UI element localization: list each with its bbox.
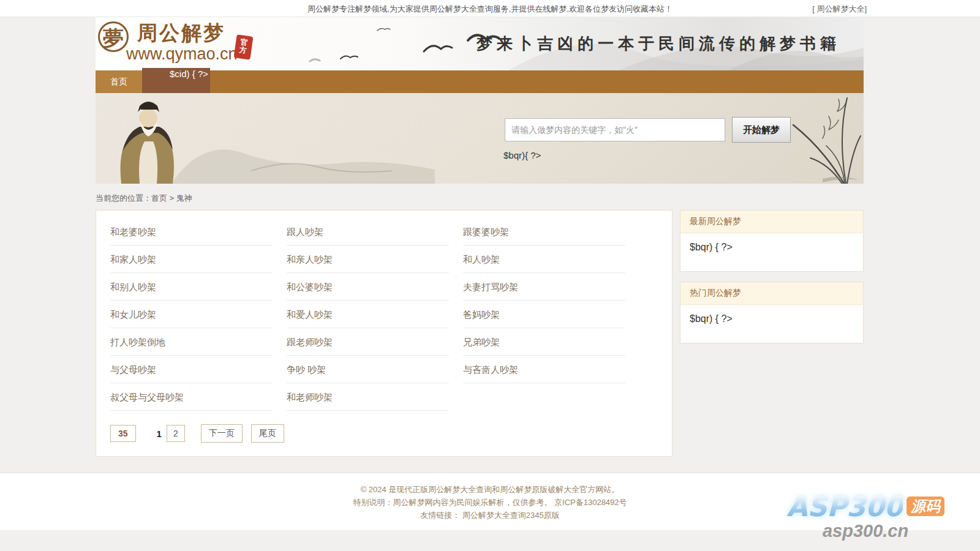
dream-link[interactable]: 叔父母与父母吵架 bbox=[110, 383, 273, 411]
official-seal-icon: 官方 bbox=[233, 34, 253, 59]
search-input[interactable] bbox=[505, 118, 725, 141]
hot-dreams-title: 热门周公解梦 bbox=[680, 282, 863, 305]
orchid-illustration bbox=[786, 93, 862, 184]
dream-link[interactable]: 与吝啬人吵架 bbox=[463, 356, 625, 383]
pagination-last-button[interactable]: 尾页 bbox=[251, 424, 284, 443]
footer-links-label: 友情链接： bbox=[420, 511, 460, 520]
pagination-next-button[interactable]: 下一页 bbox=[201, 424, 243, 443]
topbar-site-link[interactable]: [ 周公解梦大全] bbox=[812, 4, 867, 15]
dream-list: 和老婆吵架和家人吵架和别人吵架和女儿吵架打人吵架倒地与父母吵架叔父母与父母吵架 … bbox=[110, 218, 672, 411]
dream-link[interactable]: 和人吵架 bbox=[463, 246, 625, 273]
main-nav: 首页 $cid) { ?> bbox=[96, 70, 864, 93]
hot-dreams-content: $bqr) { ?> bbox=[680, 305, 863, 343]
dream-list-column: 跟婆婆吵架和人吵架夫妻打骂吵架爸妈吵架兄弟吵架与吝啬人吵架 bbox=[463, 218, 639, 411]
hot-dreams-panel: 热门周公解梦 $bqr) { ?> bbox=[680, 282, 864, 343]
topbar: 周公解梦专注解梦领域,为大家提供周公解梦大全查询服务,并提供在线解梦,欢迎各位梦… bbox=[0, 0, 980, 17]
dream-link[interactable]: 和老师吵架 bbox=[287, 383, 449, 411]
breadcrumb-current: 鬼神 bbox=[176, 193, 192, 203]
breadcrumb-prefix: 当前您的位置： bbox=[96, 193, 151, 203]
site-header: 夢 周公解梦 www.qymao.cn 官方 梦来卜吉凶的一本于民间流传的解梦书… bbox=[96, 17, 864, 70]
dream-link[interactable]: 打人吵架倒地 bbox=[110, 328, 273, 356]
breadcrumb: 当前您的位置：首页 > 鬼神 bbox=[96, 193, 864, 204]
breadcrumb-separator: > bbox=[167, 193, 176, 203]
dream-link[interactable]: 和爱人吵架 bbox=[287, 301, 449, 328]
breadcrumb-home-link[interactable]: 首页 bbox=[151, 193, 167, 203]
footer-friend-link[interactable]: 周公解梦大全查询2345原版 bbox=[462, 511, 560, 520]
dream-list-panel: 和老婆吵架和家人吵架和别人吵架和女儿吵架打人吵架倒地与父母吵架叔父母与父母吵架 … bbox=[96, 210, 673, 457]
site-name: 周公解梦 bbox=[137, 20, 225, 47]
watermark-domain: asp300.cn bbox=[786, 522, 944, 540]
dream-link[interactable]: 和家人吵架 bbox=[110, 246, 273, 273]
search-button[interactable]: 开始解梦 bbox=[732, 117, 791, 143]
latest-dreams-content: $bqr) { ?> bbox=[680, 233, 863, 271]
pagination-total: 35 bbox=[110, 425, 136, 442]
watermark-brand: ASP300 bbox=[786, 491, 903, 522]
main-area: 和老婆吵架和家人吵架和别人吵架和女儿吵架打人吵架倒地与父母吵架叔父母与父母吵架 … bbox=[96, 210, 864, 457]
banner-template-error: $bqr){ ?> bbox=[503, 150, 541, 160]
latest-dreams-title: 最新周公解梦 bbox=[680, 211, 863, 233]
sidebar: 最新周公解梦 $bqr) { ?> 热门周公解梦 $bqr) { ?> bbox=[680, 210, 864, 343]
dream-link[interactable]: 和老婆吵架 bbox=[110, 218, 273, 246]
latest-dreams-panel: 最新周公解梦 $bqr) { ?> bbox=[680, 210, 864, 272]
nav-template-error: $cid) { ?> bbox=[142, 68, 210, 93]
dream-link[interactable]: 跟人吵架 bbox=[287, 218, 449, 246]
dream-link[interactable]: 夫妻打骂吵架 bbox=[463, 273, 625, 301]
dream-list-column: 和老婆吵架和家人吵架和别人吵架和女儿吵架打人吵架倒地与父母吵架叔父母与父母吵架 bbox=[110, 218, 287, 411]
logo-seal-icon: 夢 bbox=[98, 21, 129, 52]
dream-link[interactable]: 和亲人吵架 bbox=[287, 246, 449, 273]
dream-link[interactable]: 争吵 吵架 bbox=[287, 356, 449, 383]
site-url: www.qymao.cn bbox=[126, 45, 238, 64]
nav-item-home[interactable]: 首页 bbox=[96, 70, 142, 93]
dream-link[interactable]: 和女儿吵架 bbox=[110, 301, 273, 328]
dream-link[interactable]: 跟老师吵架 bbox=[287, 328, 449, 356]
dream-link[interactable]: 跟婆婆吵架 bbox=[463, 218, 625, 246]
pagination-page-link[interactable]: 2 bbox=[167, 425, 185, 442]
dream-link[interactable]: 与父母吵架 bbox=[110, 356, 273, 383]
watermark-badge: 源码 bbox=[907, 497, 944, 515]
dream-link[interactable]: 兄弟吵架 bbox=[463, 328, 625, 356]
dream-list-column: 跟人吵架和亲人吵架和公婆吵架和爱人吵架跟老师吵架争吵 吵架和老师吵架 bbox=[287, 218, 463, 411]
header-slogan: 梦来卜吉凶的一本于民间流传的解梦书籍 bbox=[477, 33, 840, 54]
asp300-watermark: ASP300源码 asp300.cn bbox=[786, 493, 944, 540]
sage-illustration bbox=[104, 95, 447, 184]
page-wrapper: 夢 周公解梦 www.qymao.cn 官方 梦来卜吉凶的一本于民间流传的解梦书… bbox=[96, 17, 864, 457]
search-banner: 开始解梦 $bqr){ ?> bbox=[96, 93, 864, 184]
dream-link[interactable]: 爸妈吵架 bbox=[463, 301, 625, 328]
pagination-current-page: 1 bbox=[152, 425, 167, 442]
dream-link[interactable]: 和别人吵架 bbox=[110, 273, 273, 301]
pagination: 35 1 2 下一页 尾页 bbox=[110, 424, 672, 443]
dream-link[interactable]: 和公婆吵架 bbox=[287, 273, 449, 301]
